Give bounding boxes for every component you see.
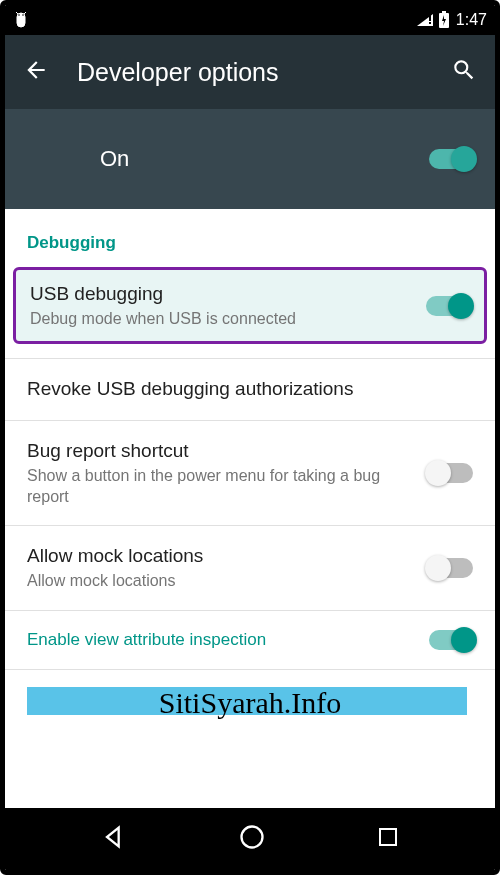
search-icon: [451, 57, 477, 83]
setting-usb-debugging[interactable]: USB debugging Debug mode when USB is con…: [13, 267, 487, 344]
section-header-debugging: Debugging: [5, 209, 495, 267]
status-bar: 1:47: [5, 5, 495, 35]
svg-point-6: [242, 827, 263, 848]
app-bar: Developer options: [5, 35, 495, 109]
setting-title: Enable view attribute inspection: [27, 629, 413, 651]
setting-view-attribute-inspection[interactable]: Enable view attribute inspection: [5, 611, 495, 669]
setting-title: USB debugging: [30, 282, 410, 307]
status-time: 1:47: [456, 11, 487, 29]
setting-title: Allow mock locations: [27, 544, 413, 569]
usb-debugging-switch[interactable]: [426, 296, 470, 316]
view-attr-switch[interactable]: [429, 630, 473, 650]
battery-charging-icon: [438, 11, 450, 29]
page-title: Developer options: [77, 58, 451, 87]
setting-mock-locations[interactable]: Allow mock locations Allow mock location…: [5, 526, 495, 609]
bug-report-switch[interactable]: [429, 463, 473, 483]
android-debug-icon: [13, 11, 29, 29]
nav-back-button[interactable]: [100, 823, 128, 855]
triangle-back-icon: [100, 823, 128, 851]
svg-rect-7: [380, 829, 396, 845]
setting-title: Bug report shortcut: [27, 439, 413, 464]
svg-rect-3: [429, 22, 431, 24]
nav-recent-button[interactable]: [376, 825, 400, 853]
setting-subtitle: Debug mode when USB is connected: [30, 309, 410, 330]
setting-subtitle: Allow mock locations: [27, 571, 413, 592]
svg-rect-5: [442, 11, 446, 13]
setting-revoke-auth[interactable]: Revoke USB debugging authorizations: [5, 359, 495, 420]
nav-home-button[interactable]: [238, 823, 266, 855]
search-button[interactable]: [451, 57, 477, 87]
back-arrow-icon: [23, 57, 49, 83]
master-toggle-label: On: [100, 146, 129, 172]
watermark-text: SitiSyarah.Info: [159, 686, 341, 720]
signal-warning-icon: [416, 13, 434, 27]
svg-rect-2: [429, 15, 431, 21]
setting-subtitle: Show a button in the power menu for taki…: [27, 466, 413, 508]
navigation-bar: [5, 808, 495, 870]
circle-home-icon: [238, 823, 266, 851]
setting-title: Revoke USB debugging authorizations: [27, 377, 473, 402]
square-recent-icon: [376, 825, 400, 849]
setting-bug-report[interactable]: Bug report shortcut Show a button in the…: [5, 421, 495, 525]
svg-point-0: [18, 14, 20, 16]
master-toggle-section[interactable]: On: [5, 109, 495, 209]
mock-locations-switch[interactable]: [429, 558, 473, 578]
master-toggle-switch[interactable]: [429, 149, 473, 169]
svg-point-1: [22, 14, 24, 16]
back-button[interactable]: [23, 57, 49, 87]
